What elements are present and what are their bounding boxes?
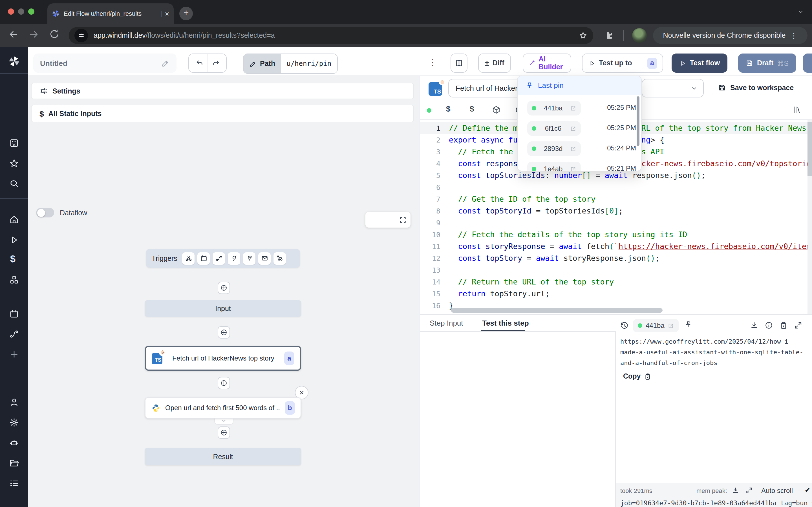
- download-logs-icon[interactable]: [732, 487, 739, 494]
- forward-icon[interactable]: [28, 29, 40, 40]
- reload-icon[interactable]: [49, 29, 60, 40]
- resources-icon[interactable]: [9, 275, 19, 285]
- code-line[interactable]: 9: [420, 217, 812, 229]
- library-icon[interactable]: [792, 105, 801, 114]
- path-button[interactable]: Path u/henri/pin: [243, 54, 338, 74]
- zoom-out-icon[interactable]: [384, 216, 392, 223]
- variables-icon[interactable]: $: [446, 104, 451, 113]
- download-result-icon[interactable]: [750, 321, 758, 330]
- flow-node-b[interactable]: Open url and fetch first 500 words of ..…: [145, 397, 301, 418]
- pin-result-icon[interactable]: [684, 321, 693, 329]
- address-bar[interactable]: app.windmill.dev/flows/edit/u/henri/pin_…: [69, 27, 593, 44]
- edit-pencil-icon[interactable]: [161, 59, 170, 67]
- tab-search-chevron-icon[interactable]: [797, 8, 804, 15]
- window-minimize-button[interactable]: [18, 8, 24, 15]
- webhook-trigger-icon[interactable]: [183, 252, 195, 265]
- save-to-workspace-button[interactable]: Save to workspace: [718, 83, 794, 92]
- routes-icon[interactable]: [9, 329, 19, 339]
- more-options-kebab-icon[interactable]: ⋮: [428, 57, 437, 68]
- code-line[interactable]: 12 const topStory = await storyResponse.…: [420, 252, 812, 264]
- audit-logs-icon[interactable]: [9, 478, 19, 489]
- package-icon[interactable]: [492, 105, 501, 114]
- search-icon[interactable]: [9, 179, 19, 189]
- fit-view-icon[interactable]: [399, 216, 407, 223]
- add-step-button[interactable]: [218, 326, 230, 339]
- add-step-button[interactable]: [218, 282, 230, 294]
- code-line[interactable]: 13: [420, 264, 812, 276]
- copy-button[interactable]: Copy: [623, 372, 652, 380]
- docs-button[interactable]: [451, 54, 467, 73]
- runs-icon[interactable]: [9, 235, 19, 245]
- code-line[interactable]: 14 // Return the URL of the top story: [420, 276, 812, 288]
- variables-icon[interactable]: $: [10, 253, 15, 265]
- event-trigger-icon[interactable]: [243, 252, 256, 265]
- code-horizontal-scrollbar[interactable]: [451, 308, 663, 313]
- websocket-trigger-icon[interactable]: [228, 252, 241, 265]
- favorites-star-icon[interactable]: [9, 158, 19, 168]
- tab-close-icon[interactable]: ×: [165, 10, 169, 17]
- back-icon[interactable]: [8, 29, 19, 40]
- add-menu-icon[interactable]: [9, 349, 19, 359]
- code-line[interactable]: 10 // Fetch the details of the top story…: [420, 229, 812, 240]
- external-link-icon[interactable]: [570, 105, 576, 111]
- zoom-in-icon[interactable]: [369, 216, 377, 223]
- chrome-update-button[interactable]: Nouvelle version de Chrome disponible ⋮: [653, 27, 808, 44]
- ai-builder-button[interactable]: AI Builder: [523, 54, 571, 73]
- info-icon[interactable]: [765, 321, 773, 330]
- test-up-to-button[interactable]: Test up to a: [582, 54, 663, 73]
- code-vertical-scrollbar[interactable]: [808, 120, 812, 314]
- pin-item[interactable]: 1e4ab 05:21 PM: [518, 159, 642, 171]
- dataflow-toggle[interactable]: [36, 208, 54, 217]
- window-close-button[interactable]: [8, 8, 14, 15]
- diff-button[interactable]: ± Diff: [478, 54, 511, 73]
- draft-button[interactable]: Draft ⌘S: [738, 54, 796, 73]
- route-trigger-icon[interactable]: [213, 252, 225, 265]
- flow-name-box[interactable]: Untitled: [33, 54, 176, 73]
- chrome-menu-icon[interactable]: ⋮: [790, 31, 797, 40]
- code-line[interactable]: 7 // Get the ID of the top story: [420, 193, 812, 205]
- static-inputs-row[interactable]: $ All Static Inputs: [31, 105, 414, 122]
- external-link-icon[interactable]: [668, 323, 674, 329]
- users-icon[interactable]: [9, 397, 19, 407]
- schedules-icon[interactable]: [9, 309, 19, 319]
- poll-trigger-icon[interactable]: [274, 252, 286, 265]
- input-node[interactable]: Input: [145, 300, 301, 317]
- workspace-icon[interactable]: [9, 138, 19, 148]
- deploy-button[interactable]: Deploy: [803, 54, 812, 73]
- windmill-logo[interactable]: [7, 55, 21, 68]
- external-link-icon[interactable]: [570, 125, 576, 131]
- external-link-icon[interactable]: [570, 166, 576, 171]
- site-settings-icon[interactable]: [74, 29, 88, 42]
- add-step-button[interactable]: [218, 427, 230, 439]
- new-tab-button[interactable]: +: [179, 7, 193, 20]
- workers-robot-icon[interactable]: [9, 438, 19, 448]
- external-link-icon[interactable]: [570, 146, 576, 152]
- tag-select[interactable]: [642, 79, 704, 98]
- dropdown-scrollbar[interactable]: [637, 96, 640, 146]
- result-node[interactable]: Result: [145, 448, 301, 465]
- expand-result-icon[interactable]: [794, 321, 802, 330]
- add-step-button[interactable]: [218, 377, 230, 389]
- settings-gear-icon[interactable]: [9, 417, 19, 428]
- job-badge[interactable]: 441ba: [633, 319, 679, 332]
- triggers-bar[interactable]: Triggers: [146, 249, 300, 268]
- history-icon[interactable]: [620, 321, 629, 330]
- flow-node-a[interactable]: TS Fetch url of HackerNews top story a: [145, 346, 301, 371]
- schedule-trigger-icon[interactable]: [198, 252, 210, 265]
- code-line[interactable]: 8 const topStoryId = topStoriesIds[0];: [420, 205, 812, 217]
- tab-test-this-step[interactable]: Test this step: [482, 319, 529, 327]
- flow-canvas[interactable]: Dataflow Triggers: [28, 175, 419, 507]
- test-flow-button[interactable]: Test flow: [672, 54, 727, 73]
- code-line[interactable]: 6: [420, 181, 812, 193]
- resources-icon[interactable]: $: [470, 104, 474, 113]
- copy-json-icon[interactable]: [779, 321, 788, 330]
- folders-icon[interactable]: [9, 458, 19, 468]
- code-line[interactable]: 15 return topStory.url;: [420, 288, 812, 300]
- code-line[interactable]: 5 const topStoriesIds: number[] = await …: [420, 170, 812, 181]
- email-trigger-icon[interactable]: [259, 252, 271, 265]
- pin-item[interactable]: 2893d 05:24 PM: [518, 138, 642, 159]
- redo-icon[interactable]: [211, 59, 220, 67]
- profile-avatar[interactable]: [632, 28, 647, 43]
- pin-item[interactable]: 441ba 05:25 PM: [518, 98, 642, 118]
- code-line[interactable]: 11 const storyResponse = await fetch(`ht…: [420, 240, 812, 252]
